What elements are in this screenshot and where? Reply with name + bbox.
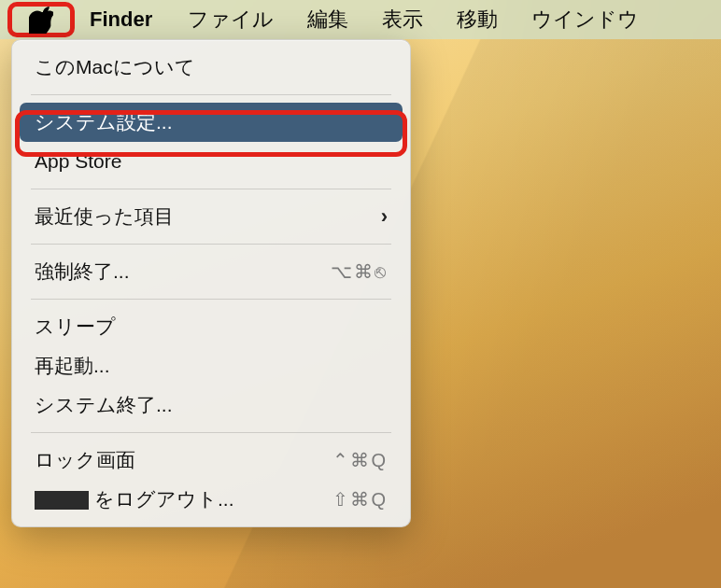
keyboard-shortcut: ⇧⌘Q [332, 488, 388, 511]
menubar: Finder ファイル 編集 表示 移動 ウインドウ [0, 0, 721, 39]
menubar-item-go[interactable]: 移動 [440, 0, 515, 39]
menu-separator [31, 299, 391, 300]
keyboard-shortcut: ⌃⌘Q [332, 449, 388, 471]
menu-item-label: 最近使った項目 [35, 203, 174, 230]
menu-separator [31, 189, 391, 189]
menubar-item-file[interactable]: ファイル [171, 0, 290, 39]
menu-separator [31, 94, 391, 95]
apple-menu-dropdown: このMacについて システム設定... App Store 最近使った項目 › … [11, 39, 411, 527]
keyboard-shortcut: ⌥⌘⎋ [331, 260, 388, 283]
menu-separator [31, 432, 391, 433]
menu-item-label: 再起動... [35, 353, 110, 379]
chevron-right-icon: › [381, 204, 388, 229]
menu-sleep[interactable]: スリープ [20, 307, 403, 346]
menu-system-settings[interactable]: システム設定... [20, 103, 403, 142]
menu-item-label: システム設定... [35, 109, 173, 135]
menu-item-label: システム終了... [35, 392, 173, 418]
menu-item-label: 強制終了... [35, 259, 130, 285]
menu-item-label: このMacについて [35, 54, 195, 80]
apple-logo-icon [29, 6, 53, 34]
menu-about-mac[interactable]: このMacについて [20, 48, 403, 87]
menu-item-label: をログアウト... [35, 486, 234, 512]
apple-menu-button[interactable] [7, 2, 75, 37]
menubar-app-name[interactable]: Finder [80, 0, 171, 39]
menu-item-label: ロック画面 [35, 447, 135, 473]
menubar-item-edit[interactable]: 編集 [290, 0, 365, 39]
menu-separator [31, 244, 391, 245]
redacted-username [35, 491, 89, 510]
menu-logout[interactable]: をログアウト... ⇧⌘Q [20, 480, 403, 519]
menu-shutdown[interactable]: システム終了... [20, 385, 403, 425]
menu-recent-items[interactable]: 最近使った項目 › [20, 197, 403, 236]
menu-item-label: App Store [35, 150, 121, 173]
menu-app-store[interactable]: App Store [20, 142, 403, 181]
menu-restart[interactable]: 再起動... [20, 346, 403, 385]
menu-force-quit[interactable]: 強制終了... ⌥⌘⎋ [20, 252, 403, 291]
menu-item-label: スリープ [35, 314, 116, 340]
menubar-item-view[interactable]: 表示 [365, 0, 440, 39]
menu-lock-screen[interactable]: ロック画面 ⌃⌘Q [20, 441, 403, 480]
menubar-item-window[interactable]: ウインドウ [515, 0, 656, 39]
